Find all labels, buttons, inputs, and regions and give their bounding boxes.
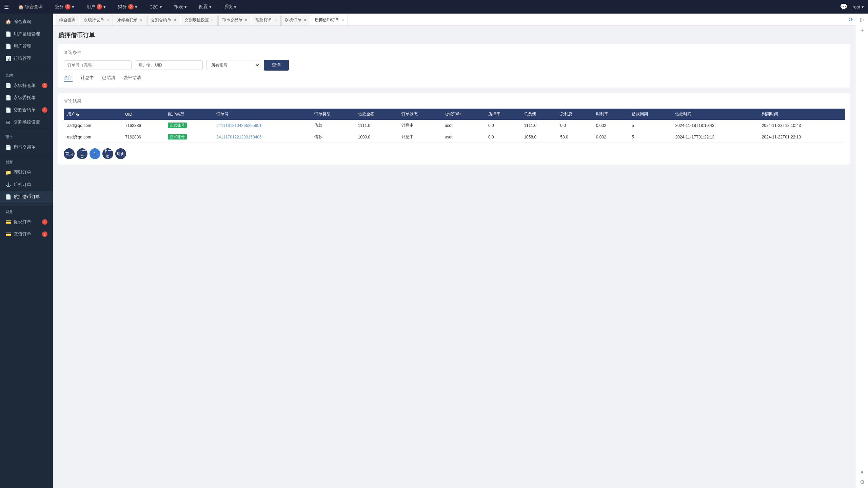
sidebar-item-miner-orders[interactable]: ⚓ 矿机订单 — [0, 179, 53, 191]
th-hourly-rate: 时利率 — [593, 109, 629, 120]
nav-home[interactable]: 🏠 综合查询 — [16, 0, 45, 14]
grid-icon: ⊞ — [5, 119, 11, 125]
tab-delivery-control-close[interactable]: ✕ — [211, 18, 214, 22]
sidebar-item-pledge-orders[interactable]: 📄 质押借币订单 — [0, 191, 53, 203]
cell-hourly-rate-1: 0.002 — [593, 131, 629, 143]
tab-miner-close[interactable]: ✕ — [303, 18, 307, 22]
cell-account-type-0: 正式账号 — [164, 120, 213, 131]
sidebar-item-market[interactable]: 📊 行情管理 — [0, 52, 53, 64]
cell-order-id-0[interactable]: 24111818104266205951 — [213, 120, 311, 131]
sidebar-item-overview[interactable]: 🏠 综合查询 — [0, 16, 53, 28]
cell-uid-0: 7162886 — [122, 120, 164, 131]
account-type-select[interactable]: 所有账号 正式账号 测试账号 — [206, 60, 260, 70]
cell-total-interest-1: 58.0 — [557, 131, 593, 143]
tab-delivery-control[interactable]: 交割场控设置 ✕ — [181, 15, 218, 26]
search-row: 所有账号 正式账号 测试账号 查询 — [64, 60, 845, 71]
right-sidebar-add-icon[interactable]: ＋ — [860, 27, 865, 34]
delivery-contract-badge: 1 — [42, 107, 47, 113]
order-number-input[interactable] — [64, 60, 132, 70]
doc-icon: 📄 — [5, 107, 11, 113]
chat-icon[interactable]: 💬 — [840, 3, 847, 11]
main-layout: 🏠 综合查询 📄 用户基础管理 📄 用户管理 📊 行情管理 合约 📄 永续持仓单… — [0, 14, 868, 488]
sidebar-top-section: 🏠 综合查询 📄 用户基础管理 📄 用户管理 📊 行情管理 — [0, 14, 53, 67]
search-button[interactable]: 查询 — [264, 60, 289, 71]
filter-tab-settled[interactable]: 已结清 — [102, 75, 115, 82]
cell-loan-time-1: 2024-11-17T01:22:13 — [672, 131, 758, 143]
filter-tab-liquidated[interactable]: 强平结清 — [123, 75, 141, 82]
nav-reports[interactable]: 报表 ▾ — [172, 0, 190, 14]
tab-perpetual-hold[interactable]: 永续持仓单 ✕ — [80, 15, 113, 26]
top-navigation: ☰ 🏠 综合查询 业务 3 ▾ 用户 3 ▾ 财务 2 ▾ C2C ▾ 报表 ▾… — [0, 0, 868, 14]
nav-finance-arrow: ▾ — [135, 4, 137, 10]
tab-delivery-contract-close[interactable]: ✕ — [173, 18, 176, 22]
sidebar-item-financial-orders[interactable]: 📁 理财订单 — [0, 166, 53, 179]
tab-perpetual-delegate[interactable]: 永续委托单 ✕ — [114, 15, 146, 26]
sidebar-user-basic-label: 用户基础管理 — [14, 31, 40, 37]
tab-pledge[interactable]: 质押借币订单 ✕ — [311, 15, 348, 26]
results-section: 查询结果 用户名 UID 账户类型 订单号 订单类型 借款金额 订单状态 贷款币… — [58, 93, 850, 165]
order-id-link-1[interactable]: 24111701221283153406 — [216, 135, 261, 139]
sidebar-item-perpetual-delegate[interactable]: 📄 永续委托单 — [0, 92, 53, 104]
sidebar-delivery-contract-label: 交割合约单 — [14, 107, 36, 113]
filter-tab-accruing[interactable]: 计息中 — [81, 75, 94, 82]
nav-system-label: 系统 — [224, 4, 233, 10]
sidebar-item-recharge[interactable]: 💳 充值订单 1 — [0, 228, 53, 240]
menu-icon[interactable]: ☰ — [4, 4, 9, 10]
table-row: asd@qq.com 7162886 正式账号 2411170122128315… — [64, 131, 845, 143]
right-sidebar-settings-icon[interactable]: ⚙ — [860, 479, 865, 485]
filter-tab-all[interactable]: 全部 — [64, 75, 73, 82]
sidebar-item-perpetual-hold[interactable]: 📄 永续持仓单 2 — [0, 79, 53, 92]
right-sidebar-expand-icon[interactable]: ▷ — [860, 16, 864, 23]
nav-user[interactable]: 用户 3 ▾ — [84, 0, 108, 14]
nav-config[interactable]: 配置 ▾ — [196, 0, 214, 14]
sidebar-item-coin-trade[interactable]: 📄 币市交易单 — [0, 141, 53, 153]
last-page-button[interactable]: 尾页 — [115, 148, 126, 159]
sidebar-item-withdraw[interactable]: 💳 提现订单 1 — [0, 216, 53, 228]
doc-icon: 📄 — [5, 31, 11, 37]
nav-c2c[interactable]: C2C ▾ — [147, 0, 165, 14]
user-menu[interactable]: root ▾ — [853, 4, 864, 10]
prev-page-button[interactable]: 上一页 — [77, 148, 87, 159]
sidebar-item-delivery-contract[interactable]: 📄 交割合约单 1 — [0, 104, 53, 116]
tab-perpetual-delegate-close[interactable]: ✕ — [140, 18, 143, 22]
th-due-time: 到期时间 — [758, 109, 845, 120]
first-page-button[interactable]: 首页 — [64, 148, 75, 159]
tab-coin-trade-close[interactable]: ✕ — [244, 18, 248, 22]
tab-perpetual-delegate-label: 永续委托单 — [117, 17, 138, 23]
nav-system[interactable]: 系统 ▾ — [221, 0, 239, 14]
tab-perpetual-hold-close[interactable]: ✕ — [106, 18, 109, 22]
sidebar-item-user-mgmt[interactable]: 📄 用户管理 — [0, 40, 53, 52]
refresh-icon[interactable]: ⟳ — [849, 16, 853, 23]
nav-user-arrow: ▾ — [103, 4, 106, 10]
sidebar-item-user-basic[interactable]: 📄 用户基础管理 — [0, 28, 53, 40]
nav-business[interactable]: 业务 3 ▾ — [52, 0, 77, 14]
sidebar-withdraw-label: 提现订单 — [14, 219, 31, 225]
home-icon: 🏠 — [18, 4, 24, 10]
tab-overview[interactable]: 综合查询 — [56, 15, 79, 26]
withdraw-badge: 1 — [42, 219, 47, 225]
current-page-button[interactable]: 1 — [90, 148, 100, 159]
sidebar-perpetual-delegate-label: 永续委托单 — [14, 95, 36, 101]
tab-coin-trade[interactable]: 币市交易单 ✕ — [218, 15, 251, 26]
search-section: 查询条件 所有账号 正式账号 测试账号 查询 全部 计息中 已结清 强平结清 — [58, 44, 850, 88]
th-order-type: 订单类型 — [311, 109, 354, 120]
nav-finance[interactable]: 财务 2 ▾ — [115, 0, 140, 14]
tab-delivery-contract-label: 交割合约单 — [151, 17, 171, 23]
tab-miner[interactable]: 矿机订单 ✕ — [281, 15, 310, 26]
cell-order-id-1[interactable]: 24111701221283153406 — [213, 131, 311, 143]
username-uid-input[interactable] — [135, 60, 203, 70]
sidebar-market-label: 行情管理 — [14, 55, 31, 61]
next-page-button[interactable]: 下一页 — [102, 148, 113, 159]
cell-username-1: asd@qq.com — [64, 131, 122, 143]
doc-icon: 📄 — [5, 83, 11, 88]
tab-pledge-close[interactable]: ✕ — [341, 18, 344, 22]
order-id-link-0[interactable]: 24111818104266205951 — [216, 123, 261, 128]
table-header-row: 用户名 UID 账户类型 订单号 订单类型 借款金额 订单状态 贷款币种 质押率… — [64, 109, 845, 120]
tab-financial-close[interactable]: ✕ — [274, 18, 277, 22]
right-sidebar-up-icon[interactable]: ▲ — [860, 469, 865, 475]
sidebar-item-delivery-control[interactable]: ⊞ 交割场控设置 — [0, 116, 53, 128]
tab-delivery-contract[interactable]: 交割合约单 ✕ — [147, 15, 180, 26]
cell-loan-period-0: 5 — [628, 120, 672, 131]
doc-icon: 📄 — [5, 145, 11, 150]
tab-financial[interactable]: 理财订单 ✕ — [252, 15, 281, 26]
